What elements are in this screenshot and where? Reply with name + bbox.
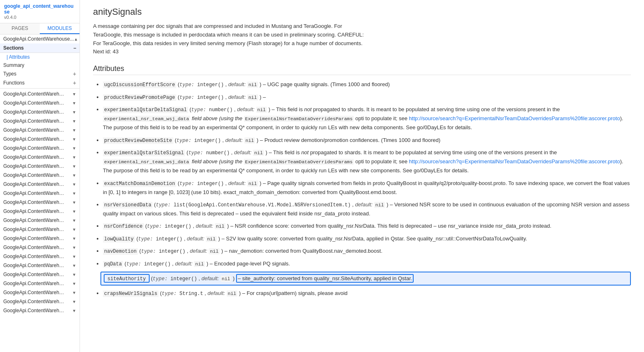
nav-module-item[interactable]: GoogleApi.ContentWarehouse...▼ xyxy=(0,126,80,135)
code-ref: ExperimentalNsrTeamDataOverridesParams xyxy=(244,159,354,165)
nav-top-module[interactable]: GoogleApi.ContentWarehouse... ▲ xyxy=(0,34,80,43)
attr-meta: (type: integer() , default: nil ) – S2V … xyxy=(137,235,527,242)
nav-summary[interactable]: Summary xyxy=(0,61,80,69)
nav-module-item[interactable]: GoogleApi.ContentWarehouse...▼ xyxy=(0,279,80,288)
attr-name: pqData xyxy=(103,261,123,267)
nav-module-item[interactable]: GoogleApi.ContentWarehouse...▼ xyxy=(0,198,80,207)
attr-meta: (type: integer() , default: nil ) – nav_… xyxy=(139,248,382,254)
attr-meta: (type: list(GoogleApi.ContentWarehouse.V… xyxy=(103,201,630,217)
nav-module-item[interactable]: GoogleApi.ContentWarehouse...▼ xyxy=(0,297,80,306)
nav-module-item[interactable]: GoogleApi.ContentWarehouse...▼ xyxy=(0,180,80,189)
nav-module-item[interactable]: GoogleApi.ContentWarehouse...▼ xyxy=(0,234,80,243)
chevron-down-icon: ▼ xyxy=(72,290,76,295)
nav-module-label: GoogleApi.ContentWarehouse... xyxy=(3,181,65,187)
nav-module-label: GoogleApi.ContentWarehouse... xyxy=(3,263,65,268)
nav-module-item[interactable]: GoogleApi.ContentWarehouse...▼ xyxy=(0,135,80,144)
attr-meta: (type: String.t , default: nil ) – For c… xyxy=(160,290,348,296)
chevron-down-icon: ▼ xyxy=(72,254,76,259)
chevron-down-icon: ▼ xyxy=(72,182,76,187)
attr-meta: (type: integer() , default: nil ) – Prod… xyxy=(175,137,440,143)
nav-module-item[interactable]: GoogleApi.ContentWarehouse...▼ xyxy=(0,189,80,198)
highlighted-attr-name: siteAuthority xyxy=(104,274,150,283)
nav-module-item[interactable]: GoogleApi.ContentWarehouse...▼ xyxy=(0,153,80,162)
attr-name: ugcDiscussionEffortScore xyxy=(103,82,176,88)
sidebar: google_api_content_warehouse v0.4.0 PAGE… xyxy=(0,0,80,352)
attr-name: experimentalQstarSiteSignal xyxy=(103,150,185,156)
chevron-down-icon: ▼ xyxy=(72,164,76,169)
attribute-item: ugcDiscussionEffortScore (type: integer(… xyxy=(103,80,631,89)
nav-module-item[interactable]: GoogleApi.ContentWarehouse...▼ xyxy=(0,225,80,234)
chevron-down-icon: ▼ xyxy=(72,92,76,96)
nav-module-item[interactable]: GoogleApi.ContentWarehouse...▼ xyxy=(0,162,80,171)
chevron-down-icon: ▼ xyxy=(72,128,76,133)
nav-module-label: GoogleApi.ContentWarehouse... xyxy=(3,299,65,304)
main-content: anitySignals A message containing per do… xyxy=(80,0,644,352)
chevron-down-icon: ▼ xyxy=(72,218,76,223)
nav-module-item[interactable]: GoogleApi.ContentWarehouse...▼ xyxy=(0,207,80,216)
nav-module-label: GoogleApi.ContentWarehouse... xyxy=(3,208,65,214)
tab-pages[interactable]: PAGES xyxy=(0,23,40,34)
doc-link[interactable]: http://source/search?q=ExperimentalNsrTe… xyxy=(409,158,620,165)
code-ref: experimental_nsr_team_wsj_data xyxy=(103,159,190,165)
attr-meta: (type: integer() , default: nil ) – Enco… xyxy=(125,261,290,267)
chevron-down-icon: ▼ xyxy=(72,110,76,114)
nav-module-label: GoogleApi.ContentWarehouse... xyxy=(3,136,65,142)
chevron-down-icon: ▼ xyxy=(72,272,76,277)
attribute-item: crapsNewUrlSignals (type: String.t , def… xyxy=(103,289,631,298)
chevron-down-icon: ▼ xyxy=(72,155,76,160)
nav-section-attributes[interactable]: | Attributes xyxy=(0,53,80,61)
nav-module-item[interactable]: GoogleApi.ContentWarehouse...▼ xyxy=(0,270,80,279)
attr-meta: (type: integer() , default: nil ) – xyxy=(177,94,266,100)
nav-module-item[interactable]: GoogleApi.ContentWarehouse...▼ xyxy=(0,117,80,126)
attribute-item: productReviewPromotePage (type: integer(… xyxy=(103,93,631,102)
nav-module-item[interactable]: GoogleApi.ContentWarehouse...▼ xyxy=(0,261,80,270)
nav-module-item[interactable]: GoogleApi.ContentWarehouse...▼ xyxy=(0,252,80,261)
sidebar-nav: GoogleApi.ContentWarehouse... ▲ Sections… xyxy=(0,34,80,352)
plus-icon-types: + xyxy=(73,71,76,77)
nav-module-label: GoogleApi.ContentWarehouse... xyxy=(3,226,65,232)
app-title[interactable]: google_api_content_warehouse xyxy=(4,3,75,15)
attr-meta: (type: integer() , default: nil ) – Page… xyxy=(103,180,630,195)
nav-top-module-label: GoogleApi.ContentWarehouse... xyxy=(3,36,74,42)
nav-module-item[interactable]: GoogleApi.ContentWarehouse...▼ xyxy=(0,306,80,315)
nav-module-label: GoogleApi.ContentWarehouse... xyxy=(3,190,65,196)
doc-link[interactable]: http://source/search?q=ExperimentalNsrTe… xyxy=(409,115,620,121)
chevron-down-icon: ▼ xyxy=(72,309,76,313)
attr-name: productReviewPromotePage xyxy=(103,94,176,101)
nav-module-item[interactable]: GoogleApi.ContentWarehouse...▼ xyxy=(0,107,80,117)
nav-module-item[interactable]: GoogleApi.ContentWarehouse...▼ xyxy=(0,243,80,252)
chevron-down-icon: ▼ xyxy=(72,119,76,123)
nav-module-item[interactable]: GoogleApi.ContentWarehouse...▼ xyxy=(0,89,80,98)
nav-section-attributes-label: Attributes xyxy=(9,54,30,60)
attribute-item: lowQuality (type: integer() , default: n… xyxy=(103,234,631,243)
highlighted-attr-desc: – site_authority: converted from quality… xyxy=(236,274,414,283)
nav-module-item[interactable]: GoogleApi.ContentWarehouse...▼ xyxy=(0,288,80,297)
nav-module-label: GoogleApi.ContentWarehouse... xyxy=(3,91,65,97)
attr-type-label: type: integer() xyxy=(138,236,182,242)
nav-types[interactable]: Types + xyxy=(0,69,80,78)
attributes-list: ugcDiscussionEffortScore (type: integer(… xyxy=(93,80,631,298)
nav-module-label: GoogleApi.ContentWarehouse... xyxy=(3,245,65,250)
nav-functions-label: Functions xyxy=(3,80,25,86)
nav-module-item[interactable]: GoogleApi.ContentWarehouse...▼ xyxy=(0,216,80,225)
attr-type-label: type: integer() xyxy=(141,249,185,254)
attr-name: nsrVersionedData xyxy=(103,202,152,208)
attr-type-label: type: integer() xyxy=(180,95,224,101)
attr-type-label: type: integer() xyxy=(153,276,197,282)
nav-module-label: GoogleApi.ContentWarehouse... xyxy=(3,145,65,151)
nav-module-label: GoogleApi.ContentWarehouse... xyxy=(3,290,65,295)
nav-module-item[interactable]: GoogleApi.ContentWarehouse...▼ xyxy=(0,171,80,180)
plus-icon-functions: + xyxy=(73,80,76,86)
attribute-item: experimentalQstarSiteSignal (type: numbe… xyxy=(103,148,631,176)
nav-module-label: GoogleApi.ContentWarehouse... xyxy=(3,199,65,205)
page-title: anitySignals xyxy=(93,7,631,17)
nav-module-label: GoogleApi.ContentWarehouse... xyxy=(3,217,65,223)
chevron-down-icon: ▼ xyxy=(72,146,76,151)
attr-type-label: type: integer() xyxy=(126,261,171,267)
nav-functions[interactable]: Functions + xyxy=(0,78,80,87)
sections-label: Sections xyxy=(3,45,24,51)
nav-module-item[interactable]: GoogleApi.ContentWarehouse...▼ xyxy=(0,144,80,153)
attr-name: nsrConfidence xyxy=(103,223,144,230)
tab-modules[interactable]: MODULES xyxy=(40,23,80,34)
nav-module-item[interactable]: GoogleApi.ContentWarehouse...▼ xyxy=(0,98,80,107)
